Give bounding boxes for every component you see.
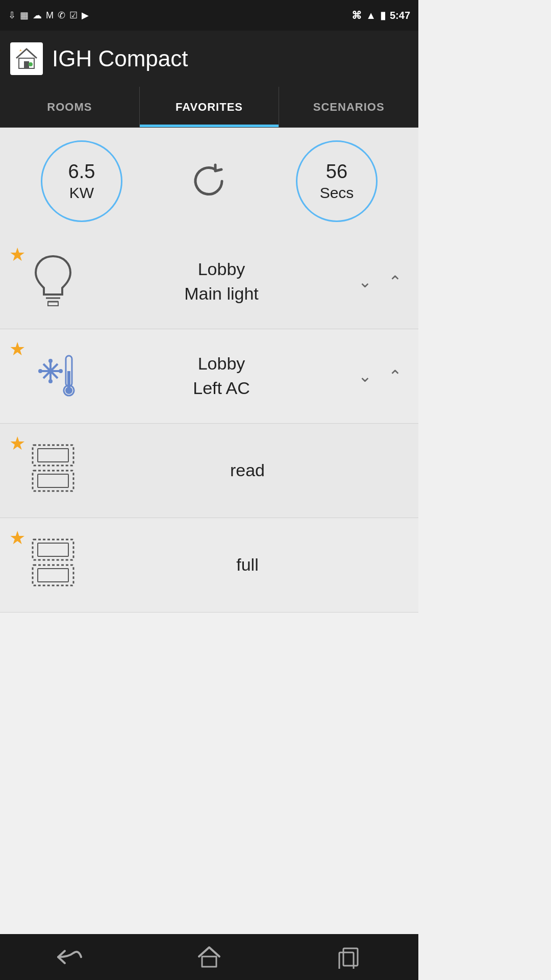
light-bulb-icon xyxy=(28,251,79,312)
signal-icon: ▲ xyxy=(366,10,376,21)
svg-rect-25 xyxy=(38,543,68,556)
stats-row: 6.5 KW 56 Secs xyxy=(0,128,418,235)
svg-point-12 xyxy=(38,369,42,373)
bottom-nav xyxy=(0,934,418,980)
back-button[interactable] xyxy=(44,942,95,972)
check-icon: ☑ xyxy=(69,10,78,21)
list-item: ★ read xyxy=(0,424,418,518)
chevron-down-button[interactable]: ⌄ xyxy=(354,364,376,388)
play-icon: ▶ xyxy=(82,10,89,21)
logo-icon xyxy=(14,46,39,71)
image-icon: ▦ xyxy=(20,10,29,21)
cloud-icon: ☁ xyxy=(33,10,42,21)
refresh-button[interactable] xyxy=(184,156,235,207)
chevron-up-button[interactable]: ⌃ xyxy=(384,364,406,388)
list-item: ★ full xyxy=(0,518,418,612)
item-label-full: full xyxy=(89,553,406,577)
chevron-down-button[interactable]: ⌄ xyxy=(354,270,376,294)
list-item: ★ LobbyMain light ⌄ ⌃ xyxy=(0,235,418,329)
svg-point-14 xyxy=(48,359,53,363)
svg-rect-21 xyxy=(38,449,68,462)
download-icon: ⇩ xyxy=(8,10,16,21)
star-icon[interactable]: ★ xyxy=(9,527,26,549)
item-icon-light xyxy=(17,246,89,317)
timer-unit: Secs xyxy=(320,184,354,202)
power-unit: KW xyxy=(69,184,94,202)
item-label-read: read xyxy=(89,458,406,483)
item-controls: ⌄ ⌃ xyxy=(354,270,406,294)
star-icon[interactable]: ★ xyxy=(9,338,26,360)
ac-icon xyxy=(25,346,81,407)
refresh-icon xyxy=(189,161,230,202)
star-icon[interactable]: ★ xyxy=(9,244,26,265)
tabs-bar: ROOMS FAVORITES SCENARIOS xyxy=(0,87,418,128)
item-label-lobby-ac: LobbyLeft AC xyxy=(89,352,354,400)
list-item: ★ LobbyLeft AC ⌄ ⌃ xyxy=(0,329,418,424)
svg-point-3 xyxy=(29,62,33,66)
chevron-up-button[interactable]: ⌃ xyxy=(384,270,406,294)
recents-button[interactable] xyxy=(323,942,374,972)
star-icon[interactable]: ★ xyxy=(9,433,26,454)
svg-point-15 xyxy=(48,379,53,383)
item-icon-scenario1 xyxy=(17,435,89,506)
svg-rect-27 xyxy=(38,569,68,582)
svg-rect-23 xyxy=(38,474,68,487)
recents-icon xyxy=(336,945,361,969)
status-bar: ⇩ ▦ ☁ M ✆ ☑ ▶ ⌘ ▲ ▮ 5:47 xyxy=(0,0,418,31)
status-icons: ⇩ ▦ ☁ M ✆ ☑ ▶ xyxy=(8,10,89,21)
power-circle: 6.5 KW xyxy=(41,140,122,222)
app-title: IGH Compact xyxy=(52,46,188,71)
item-label-lobby-light: LobbyMain light xyxy=(89,257,354,306)
svg-rect-1 xyxy=(24,61,29,68)
scenario-icon-2 xyxy=(22,532,84,598)
battery-icon: ▮ xyxy=(380,9,386,21)
home-icon xyxy=(197,945,221,969)
status-right: ⌘ ▲ ▮ 5:47 xyxy=(352,9,410,21)
app-logo xyxy=(10,42,43,75)
item-icon-scenario2 xyxy=(17,529,89,601)
tab-rooms[interactable]: ROOMS xyxy=(0,87,140,127)
home-button[interactable] xyxy=(184,942,235,972)
tab-scenarios[interactable]: SCENARIOS xyxy=(279,87,418,127)
item-controls: ⌄ ⌃ xyxy=(354,364,406,388)
svg-point-19 xyxy=(65,387,72,394)
mail-icon: M xyxy=(46,10,54,21)
scenario-icon xyxy=(22,437,84,504)
tab-favorites[interactable]: FAVORITES xyxy=(140,87,280,127)
svg-rect-29 xyxy=(343,948,358,966)
wifi-icon: ⌘ xyxy=(352,9,362,21)
svg-point-13 xyxy=(59,369,63,373)
item-icon-ac xyxy=(17,340,89,412)
svg-rect-28 xyxy=(202,957,216,967)
missed-call-icon: ✆ xyxy=(58,10,65,21)
status-time: 5:47 xyxy=(390,10,410,21)
back-icon xyxy=(56,947,84,967)
timer-circle: 56 Secs xyxy=(296,140,378,222)
svg-marker-2 xyxy=(19,50,22,52)
timer-value: 56 xyxy=(326,160,347,184)
power-value: 6.5 xyxy=(68,160,95,184)
app-bar: IGH Compact xyxy=(0,31,418,87)
favorites-list: ★ LobbyMain light ⌄ ⌃ ★ xyxy=(0,235,418,612)
